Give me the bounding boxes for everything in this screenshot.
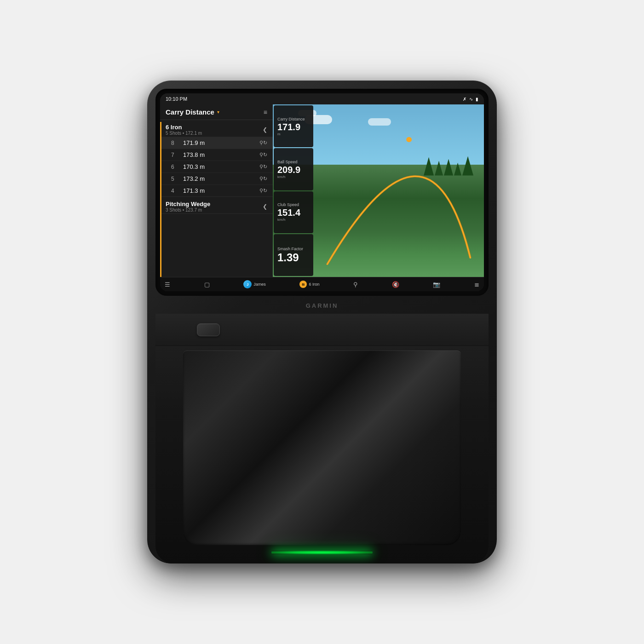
shot-number-5: 5: [171, 176, 178, 182]
user-nav-item[interactable]: J James: [243, 280, 266, 288]
layout-icon[interactable]: ▢: [204, 281, 210, 288]
video-off-icon[interactable]: 📷: [433, 281, 440, 288]
metric-unit-clubspeed: km/h: [277, 218, 310, 222]
metric-label-ballspeed: Ball Speed: [277, 160, 310, 165]
club-header-pw[interactable]: Pitching Wedge 3 Shots • 123.7 m ❮: [160, 197, 273, 213]
shot-distance-8: 171.9 m: [178, 139, 259, 146]
shot-distance-5: 173.2 m: [178, 175, 259, 182]
title-row[interactable]: Carry Distance ▾: [166, 108, 219, 116]
metric-value-ballspeed: 209.9: [277, 165, 310, 175]
bluetooth-icon: ✗: [463, 97, 466, 102]
club-subtitle-6iron: 5 Shots • 172.1 m: [166, 131, 202, 136]
yellow-accent-bar: [160, 122, 161, 277]
shot-row-5[interactable]: 5 173.2 m ⚲↻: [160, 172, 273, 184]
metric-value-smash: 1.39: [277, 252, 310, 264]
user-name: James: [253, 282, 266, 287]
dropdown-arrow-icon[interactable]: ▾: [217, 109, 219, 115]
shot-icon-5: ⚲↻: [259, 176, 267, 182]
status-bar: 10:10 PM ✗ ∿ ▮: [160, 93, 484, 104]
metrics-overlay: Carry Distance 171.9 m Ball Speed 209.9 …: [273, 104, 314, 277]
shot-row-4[interactable]: 4 171.3 m ⚲↻: [160, 184, 273, 196]
sensor-panel: [183, 351, 461, 545]
filter-icon[interactable]: ≡: [264, 109, 267, 116]
shot-number-7: 7: [171, 152, 178, 158]
sensor-housing: [155, 346, 489, 564]
shot-icon-7: ⚲↻: [259, 152, 267, 158]
wifi-icon: ∿: [469, 97, 473, 102]
club-info: 6 Iron 5 Shots • 172.1 m: [166, 124, 202, 136]
hamburger-menu-icon[interactable]: ☰: [165, 281, 170, 288]
club-name-6iron: 6 Iron: [166, 124, 202, 131]
screen: 10:10 PM ✗ ∿ ▮ Ca: [160, 93, 484, 291]
shot-distance-7: 173.8 m: [178, 151, 259, 158]
metric-card-ballspeed[interactable]: Ball Speed 209.9 km/h: [274, 148, 313, 190]
club-header-6iron[interactable]: 6 Iron 5 Shots • 172.1 m ❮: [160, 120, 273, 137]
shot-distance-6: 170.3 m: [178, 163, 259, 170]
shot-icon-6: ⚲↻: [259, 164, 267, 170]
svg-point-0: [406, 137, 412, 142]
club-group-6iron: 6 Iron 5 Shots • 172.1 m ❮ 8 171.9 m ⚲↻: [160, 120, 273, 197]
shot-row-7[interactable]: 7 173.8 m ⚲↻: [160, 149, 273, 161]
metric-label-carry: Carry Distance: [277, 117, 310, 122]
garmin-brand: GARMIN: [306, 302, 339, 309]
club-nav-item[interactable]: 6i 6 Iron: [299, 281, 319, 288]
metric-card-carry[interactable]: Carry Distance 171.9 m: [274, 105, 313, 147]
shot-number-6: 6: [171, 164, 178, 170]
metric-value-carry: 171.9: [277, 122, 310, 132]
user-avatar: J: [243, 280, 252, 288]
shot-number-4: 4: [171, 188, 178, 194]
left-panel-header[interactable]: Carry Distance ▾ ≡: [160, 104, 273, 120]
club-info-pw: Pitching Wedge 3 Shots • 123.7 m: [166, 201, 210, 213]
status-icons: ✗ ∿ ▮: [463, 97, 478, 102]
shot-row-8[interactable]: 8 171.9 m ⚲↻: [160, 137, 273, 149]
metric-unit-ballspeed: km/h: [277, 175, 310, 179]
status-time: 10:10 PM: [166, 96, 187, 102]
garmin-device: 10:10 PM ✗ ∿ ▮ Ca: [147, 80, 497, 564]
club-badge: 6i: [299, 281, 307, 288]
mute-icon[interactable]: 🔇: [392, 281, 399, 288]
shot-row-6[interactable]: 6 170.3 m ⚲↻: [160, 161, 273, 172]
battery-icon: ▮: [476, 97, 478, 102]
club-name-pw: Pitching Wedge: [166, 201, 210, 207]
screen-bezel: 10:10 PM ✗ ∿ ▮ Ca: [155, 89, 489, 296]
left-panel: Carry Distance ▾ ≡ 6 Iron 5 Shots • 172.…: [160, 104, 273, 277]
metric-card-clubspeed[interactable]: Club Speed 151.4 km/h: [274, 191, 313, 233]
share-icon[interactable]: ⚲: [353, 281, 358, 288]
screen-content: Carry Distance ▾ ≡ 6 Iron 5 Shots • 172.…: [160, 104, 484, 277]
right-panel: Carry Distance 171.9 m Ball Speed 209.9 …: [273, 104, 484, 277]
shot-icon-8: ⚲↻: [259, 140, 267, 146]
led-indicator: [271, 551, 373, 554]
club-label: 6 Iron: [309, 282, 319, 287]
club-group-pw: Pitching Wedge 3 Shots • 123.7 m ❮: [160, 197, 273, 214]
shot-icon-4: ⚲↻: [259, 188, 267, 194]
chevron-down-icon-6iron[interactable]: ❮: [263, 126, 267, 133]
nav-bar: ☰ ▢ J James 6i 6 Iron ⚲ 🔇 📷 ≣: [160, 277, 484, 291]
home-button[interactable]: [197, 323, 220, 336]
shot-number-8: 8: [171, 140, 178, 146]
chevron-down-icon-pw[interactable]: ❮: [263, 203, 267, 210]
panel-title: Carry Distance: [166, 108, 214, 116]
settings-sliders-icon[interactable]: ≣: [474, 281, 479, 288]
metric-label-smash: Smash Factor: [277, 247, 310, 252]
metric-value-clubspeed: 151.4: [277, 207, 310, 218]
metric-card-smash[interactable]: Smash Factor 1.39: [274, 234, 313, 276]
metric-label-clubspeed: Club Speed: [277, 202, 310, 207]
club-subtitle-pw: 3 Shots • 123.7 m: [166, 207, 210, 213]
metric-unit-carry: m: [277, 132, 310, 136]
mid-section: [155, 314, 489, 346]
shot-distance-4: 171.3 m: [178, 187, 259, 194]
